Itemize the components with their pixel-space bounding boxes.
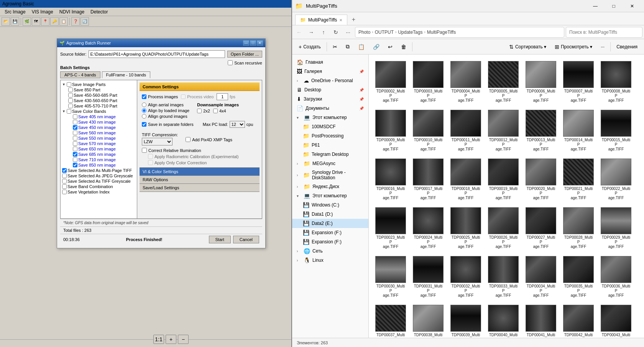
process-images-cb[interactable]: [142, 94, 146, 99]
sidebar-network[interactable]: › 🌐 Сеть: [292, 246, 368, 256]
sidebar-drive-f1[interactable]: 💾 Expansion (F:): [292, 228, 368, 237]
tree-multipage[interactable]: Save Selected As Multi-Page TIFF: [62, 168, 135, 173]
radiometric-label[interactable]: Apply Radiometric Calibration (Experimen…: [142, 154, 257, 159]
details-btn[interactable]: Сведения: [613, 42, 641, 51]
sidebar-drive-e[interactable]: 💾 Data2 (E:): [292, 219, 368, 228]
cb-save-405-570-710[interactable]: [68, 104, 73, 108]
sidebar-yandex[interactable]: › 📁 Яндекс.Диск: [292, 182, 368, 191]
list-item[interactable]: TDP00024_MultiP age.TIFF: [411, 205, 445, 251]
list-item[interactable]: TDP00032_MultiP age.TIFF: [449, 254, 483, 300]
toolbar-btn-5[interactable]: 📍: [41, 17, 49, 26]
cb-685nm[interactable]: [73, 152, 77, 157]
list-item[interactable]: TDP00018_MultiP age.TIFF: [449, 157, 483, 202]
tree-650nm[interactable]: Save 650 nm image: [62, 146, 135, 152]
add-pix4d-cb[interactable]: [186, 137, 191, 142]
menu-ndvi-image[interactable]: NDVI Image: [56, 8, 87, 15]
fps-input[interactable]: [217, 93, 228, 100]
list-item[interactable]: TDP00026_MultiP age.TIFF: [486, 205, 521, 251]
list-item[interactable]: TDP00004_MultiP age.TIFF: [449, 59, 483, 105]
tree-save-color-bands[interactable]: ▼ Save Color Bands: [62, 109, 135, 114]
dialog-minimize-btn[interactable]: —: [243, 40, 249, 46]
save-load-tab[interactable]: Save/Load Settings: [140, 184, 260, 192]
undo-btn[interactable]: ↩: [384, 42, 396, 52]
open-folder-btn[interactable]: Open Folder ...: [227, 51, 262, 58]
sidebar-drive-d[interactable]: 💾 Data1 (D:): [292, 210, 368, 219]
tree-550nm[interactable]: Save 550 nm image: [62, 135, 135, 141]
cb-save-430-560-650[interactable]: [68, 98, 73, 103]
crumb-updatetags[interactable]: UpdateTags: [398, 30, 422, 35]
list-item[interactable]: TDP00035_MultiP age.TIFF: [561, 254, 596, 300]
correct-illum-label[interactable]: Correct Relative Illumination: [142, 148, 257, 153]
sidebar-documents[interactable]: 📄 Документы 📌: [292, 104, 368, 113]
tree-570nm[interactable]: Save 570 nm image: [62, 141, 135, 146]
toolbar-btn-3[interactable]: 🌿: [23, 17, 31, 26]
list-item[interactable]: TDP00029_MultiP age.TIFF: [599, 205, 633, 251]
vi-color-tab[interactable]: VI & Color Settings: [140, 168, 260, 176]
sidebar-onedrive[interactable]: › ☁ OneDrive - Personal: [292, 76, 368, 85]
up-btn[interactable]: ↑: [318, 27, 329, 38]
list-item[interactable]: TDP00031_MultiP age.TIFF: [411, 254, 445, 300]
align-ground-label[interactable]: Allign ground images: [142, 114, 189, 119]
downsample-2x-label[interactable]: 2x2: [197, 109, 210, 113]
zoom-out-btn[interactable]: −: [178, 335, 189, 344]
menu-src-image[interactable]: Src Image: [2, 8, 29, 15]
toolbar-btn-8[interactable]: ❓: [71, 17, 80, 26]
new-tab-btn[interactable]: +: [348, 14, 359, 25]
sidebar-home[interactable]: 🏠 Главная: [292, 58, 368, 67]
raw-options-tab[interactable]: RAW Options: [140, 176, 260, 184]
crumb-photo[interactable]: Photo: [358, 30, 370, 35]
toolbar-btn-2[interactable]: 💾: [11, 17, 19, 26]
tree-save-image-parts[interactable]: ▼ Save Image Parts: [62, 82, 135, 87]
list-item[interactable]: TDP00008_MultiP age.TIFF: [599, 59, 633, 105]
cb-multipage[interactable]: [62, 168, 67, 173]
list-item[interactable]: TDP00034_MultiP age.TIFF: [524, 254, 558, 300]
tree-tiff-grey[interactable]: Save Selected As TIFF Greyscale: [62, 178, 135, 184]
crumb-output[interactable]: OUTPUT: [375, 30, 394, 35]
more-nav-btn[interactable]: ···: [343, 27, 353, 38]
downsample-4x-label[interactable]: 4x4: [213, 109, 226, 113]
list-item[interactable]: TDP00016_MultiP age.TIFF: [373, 157, 408, 202]
list-item[interactable]: TDP00017_MultiP age.TIFF: [411, 157, 445, 202]
explorer-close-btn[interactable]: ✕: [623, 0, 641, 12]
zoom-in-btn[interactable]: +: [166, 335, 176, 344]
sidebar-linux[interactable]: › 🐧 Linux: [292, 256, 368, 265]
cb-570nm[interactable]: [73, 141, 77, 146]
align-loaded-radio[interactable]: [142, 108, 146, 113]
menu-detector[interactable]: Detector: [87, 8, 111, 15]
paste-shortcut-btn[interactable]: 🔗: [370, 42, 383, 52]
cb-save-color-bands[interactable]: [67, 109, 71, 114]
list-item[interactable]: TDP00043_MultiP age.TIFF: [599, 303, 633, 338]
tab-apsc[interactable]: APS-C - 4 bands: [60, 71, 100, 78]
list-item[interactable]: TDP00002_MultiP age.TIFF: [373, 59, 408, 105]
sidebar-downloads[interactable]: ⬇ Загрузки 📌: [292, 94, 368, 104]
start-button[interactable]: Start: [209, 236, 231, 243]
tree-450nm[interactable]: Save 450 nm image: [62, 125, 135, 130]
sidebar-synology[interactable]: › 📁 Synology Drive - DiskStation: [292, 168, 368, 182]
tree-save-450-560-685[interactable]: Save 450-560-685 Part: [62, 93, 135, 98]
sidebar-drive-c[interactable]: 💾 Windows (C:): [292, 200, 368, 210]
source-path-input[interactable]: [89, 50, 225, 58]
cb-850nm[interactable]: [73, 163, 77, 167]
delete-btn[interactable]: 🗑: [398, 42, 410, 52]
refresh-btn[interactable]: ↻: [330, 27, 341, 38]
add-pix4d-label[interactable]: Add Pix4D XMP Tags: [186, 137, 232, 142]
copy-btn[interactable]: ⧉: [342, 41, 353, 52]
cb-550nm[interactable]: [73, 136, 77, 140]
zoom-fit-btn[interactable]: 1:1: [153, 335, 164, 344]
list-item[interactable]: TDP00015_MultiP age.TIFF: [599, 108, 633, 154]
sidebar-computer[interactable]: ▾ 💻 Этот компьютер: [292, 113, 368, 122]
color-correction-label[interactable]: Apply Only Color Correction: [142, 160, 257, 165]
scan-recursive-checkbox[interactable]: [228, 60, 233, 65]
cb-save-850-part[interactable]: [68, 88, 73, 92]
list-item[interactable]: TDP00039_MultiP age.TIFF: [449, 303, 483, 338]
toolbar-btn-refresh[interactable]: 🔄: [80, 17, 89, 26]
cb-650nm[interactable]: [73, 147, 77, 151]
explorer-minimize-btn[interactable]: —: [586, 0, 604, 12]
list-item[interactable]: TDP00036_MultiP age.TIFF: [599, 254, 633, 300]
tree-685nm[interactable]: Save 685 nm image: [62, 152, 135, 157]
cb-450nm[interactable]: [73, 125, 77, 130]
dialog-close-btn[interactable]: ✕: [257, 40, 263, 46]
dialog-maximize-btn[interactable]: □: [250, 40, 256, 46]
list-item[interactable]: TDP00040_MultiP age.TIFF: [486, 303, 521, 338]
sort-btn[interactable]: ⇅ Сортировать ▾: [506, 42, 550, 52]
